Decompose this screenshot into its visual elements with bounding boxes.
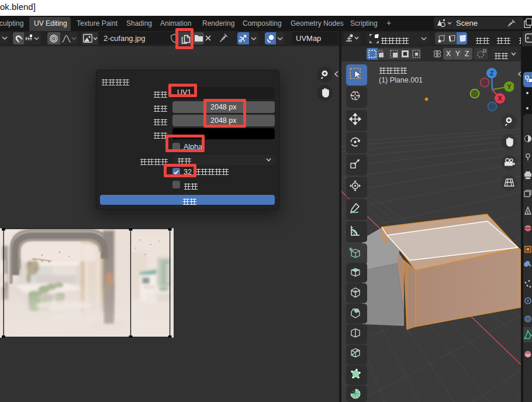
svg-text:Z: Z — [490, 70, 494, 77]
svg-text:Y: Y — [507, 83, 512, 90]
svg-text:X: X — [498, 95, 502, 102]
